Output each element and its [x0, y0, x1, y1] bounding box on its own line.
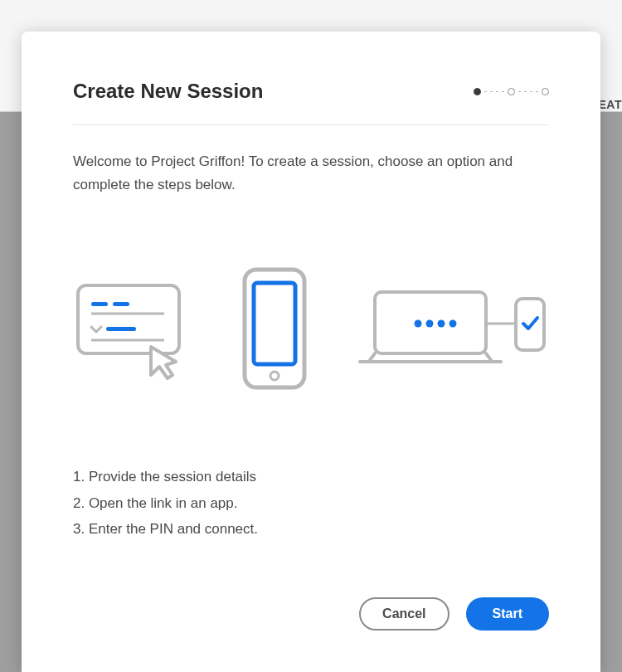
svg-rect-4	[106, 327, 136, 331]
stepper-dash	[496, 91, 498, 92]
svg-rect-0	[78, 285, 179, 353]
laptop-phone-connect-icon	[357, 287, 547, 373]
stepper-dot-2	[508, 88, 515, 95]
svg-point-12	[426, 320, 434, 328]
stepper-dash	[484, 91, 487, 92]
stepper-dash	[536, 91, 538, 92]
intro-text: Welcome to Project Griffon! To create a …	[73, 150, 549, 197]
phone-icon	[241, 266, 308, 394]
modal-title: Create New Session	[73, 80, 263, 103]
step-item-2: 2. Open the link in an app.	[73, 490, 549, 516]
stepper-dash	[530, 91, 532, 92]
svg-point-13	[438, 320, 445, 328]
step-item-3: 3. Enter the PIN and connect.	[73, 516, 549, 542]
svg-point-8	[270, 372, 279, 380]
create-session-modal: Create New Session Welcome to Project Gr…	[22, 32, 600, 672]
illustration-row	[73, 266, 549, 394]
svg-rect-1	[91, 302, 108, 306]
start-button[interactable]: Start	[466, 597, 549, 631]
stepper-dash	[524, 91, 527, 92]
step-item-1: 1. Provide the session details	[73, 464, 549, 489]
svg-point-14	[449, 320, 457, 328]
svg-rect-7	[254, 283, 295, 364]
background-partial-label: EAT	[599, 98, 622, 111]
svg-point-11	[415, 320, 422, 328]
steps-list: 1. Provide the session details 2. Open t…	[73, 464, 549, 542]
cancel-button[interactable]: Cancel	[359, 597, 449, 631]
stepper-dot-1	[474, 88, 481, 95]
stepper-dash	[502, 91, 504, 92]
stepper-dot-3	[542, 88, 549, 95]
svg-rect-2	[113, 302, 129, 306]
progress-stepper	[474, 88, 549, 95]
stepper-dash	[518, 91, 521, 92]
modal-header: Create New Session	[73, 80, 549, 125]
modal-footer: Cancel Start	[73, 564, 549, 631]
stepper-dash	[490, 91, 493, 92]
form-cursor-icon	[75, 275, 192, 385]
